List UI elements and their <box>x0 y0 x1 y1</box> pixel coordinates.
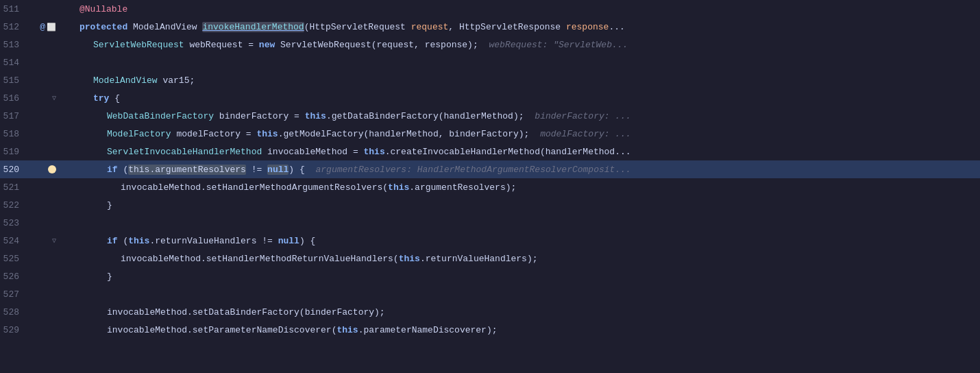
code-row: ServletWebRequest webRequest = new Servl… <box>60 36 980 53</box>
code-row: } <box>60 196 980 214</box>
token: = <box>243 40 258 50</box>
token: ServletWebRequest <box>93 40 189 50</box>
line-number: 511 <box>0 4 26 14</box>
code-line-content: ServletInvocableHandlerMethod invocableM… <box>60 147 980 157</box>
token: .getModelFactory(handlerMethod, binderFa… <box>278 129 530 139</box>
code-line-content: WebDataBinderFactory binderFactory = thi… <box>60 111 980 121</box>
token: response <box>566 22 609 32</box>
line-number: 519 <box>0 147 26 157</box>
line-number: 529 <box>0 325 26 335</box>
code-line-content <box>60 58 980 68</box>
token: invokeHandlerMethod <box>202 22 304 32</box>
gutter-row: 515 <box>0 71 60 89</box>
line-number: 515 <box>0 75 26 86</box>
code-line-content: } <box>60 272 980 282</box>
token: = <box>347 147 363 157</box>
code-line-content: invocableMethod.setDataBinderFactory(bin… <box>60 307 980 317</box>
gutter-row: 520 <box>0 160 60 178</box>
code-row: } <box>60 267 980 285</box>
token: webRequest <box>189 40 243 50</box>
token: new <box>259 40 275 50</box>
code-line-content: ModelAndView var15; <box>60 75 980 86</box>
code-row: invocableMethod.setHandlerMethodArgument… <box>60 178 980 196</box>
token: } <box>107 272 112 282</box>
token: ModelAndView <box>127 22 202 32</box>
gutter-row: 517 <box>0 107 60 125</box>
token: .returnValueHandlers != <box>149 236 278 246</box>
token: this <box>399 254 420 264</box>
token: invocableMethod.setDataBinderFactory(bin… <box>107 307 385 317</box>
token: this <box>388 182 409 193</box>
line-number: 514 <box>0 58 26 68</box>
code-line-content: if (this.returnValueHandlers != null) { <box>60 236 980 246</box>
code-line-content <box>60 289 980 300</box>
line-number: 517 <box>0 111 26 121</box>
token: binderFactory <box>219 111 289 121</box>
gutter-row: 511 <box>0 0 60 18</box>
gutter-row: 512@⬜ <box>0 18 60 36</box>
line-number: 523 <box>0 218 26 228</box>
token: webRequest: "ServletWeb... <box>478 40 628 50</box>
bookmark-icon: ⬜ <box>47 23 56 32</box>
token: modelFactory <box>176 129 241 139</box>
fold-icon[interactable]: ▽ <box>52 94 56 102</box>
token: var15; <box>162 75 195 86</box>
token: this <box>256 129 278 139</box>
token: = <box>289 111 304 121</box>
token: ( <box>118 165 129 175</box>
token: .returnValueHandlers); <box>420 254 538 264</box>
gutter-row: 521 <box>0 178 60 196</box>
code-row: WebDataBinderFactory binderFactory = thi… <box>60 107 980 125</box>
token: invocableMethod <box>267 147 347 157</box>
token: this <box>128 236 149 246</box>
code-line-content: invocableMethod.setParameterNameDiscover… <box>60 325 980 335</box>
code-row: protected ModelAndView invokeHandlerMeth… <box>60 18 980 36</box>
code-line-content <box>60 218 980 228</box>
code-row: ModelFactory modelFactory = this.getMode… <box>60 125 980 143</box>
code-row: invocableMethod.setParameterNameDiscover… <box>60 321 980 339</box>
code-row: @Nullable <box>60 0 980 18</box>
token: protected <box>79 22 127 32</box>
token: invocableMethod.setHandlerMethodArgument… <box>121 182 388 193</box>
line-number: 522 <box>0 200 26 210</box>
code-line-content: try { <box>60 93 980 104</box>
line-number: 525 <box>0 254 26 264</box>
code-row <box>60 285 980 303</box>
code-row: ServletInvocableHandlerMethod invocableM… <box>60 143 980 160</box>
fold-icon[interactable]: ▽ <box>52 237 56 245</box>
token: this <box>305 111 326 121</box>
line-number: 527 <box>0 289 26 300</box>
code-row <box>60 214 980 232</box>
code-line-content: ModelFactory modelFactory = this.getMode… <box>60 129 980 139</box>
token: null <box>278 236 299 246</box>
code-line-content: if (this.argumentResolvers != null) { ar… <box>60 165 980 175</box>
token: binderFactory: ... <box>524 111 631 121</box>
token: ( <box>118 236 129 246</box>
token: modelFactory: ... <box>529 129 630 139</box>
line-number: 516 <box>0 93 26 104</box>
at-icon: @ <box>40 22 45 32</box>
token: this.argumentResolvers <box>128 165 246 175</box>
gutter-row: 524▽ <box>0 232 60 250</box>
gutter-row: 519 <box>0 143 60 160</box>
token: ModelAndView <box>93 75 162 86</box>
code-panel[interactable]: @Nullableprotected ModelAndView invokeHa… <box>60 0 980 373</box>
token: if <box>107 236 118 246</box>
gutter-icons: ▽ <box>26 237 60 245</box>
token: ModelFactory <box>107 129 176 139</box>
line-number: 512 <box>0 22 26 32</box>
token: null <box>267 165 289 175</box>
breakpoint-icon[interactable] <box>48 165 56 173</box>
gutter-row: 529 <box>0 321 60 339</box>
token: .parameterNameDiscoverer); <box>358 325 498 335</box>
token: != <box>246 165 267 175</box>
token: { <box>109 93 120 104</box>
gutter-row: 528 <box>0 303 60 321</box>
gutter-icons <box>26 165 60 173</box>
code-row: invocableMethod.setDataBinderFactory(bin… <box>60 303 980 321</box>
gutter-row: 514 <box>0 53 60 71</box>
token: WebDataBinderFactory <box>107 111 219 121</box>
token: argumentResolvers: HandlerMethodArgument… <box>305 165 631 175</box>
code-editor: 511512@⬜513514515516▽5175185195205215225… <box>0 0 980 373</box>
code-row: invocableMethod.setHandlerMethodReturnVa… <box>60 250 980 267</box>
